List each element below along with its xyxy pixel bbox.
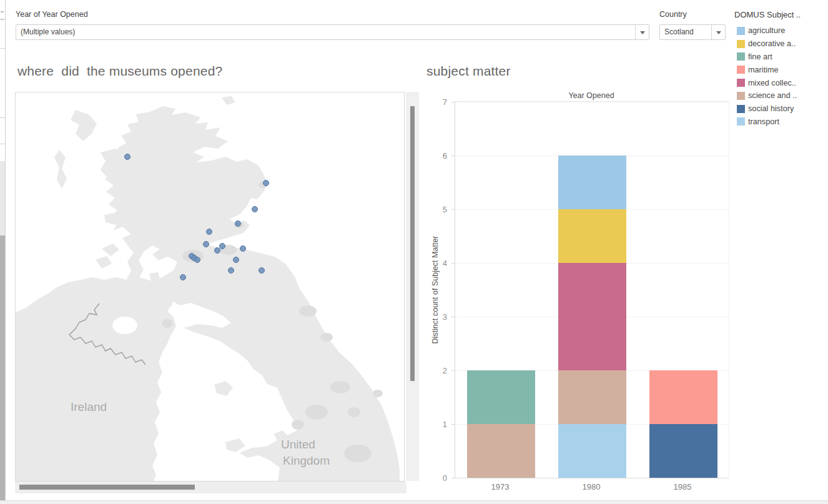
y-tick-mark [451, 209, 455, 210]
bar-segment-fine-art[interactable] [467, 370, 535, 424]
museum-point[interactable] [220, 244, 225, 249]
museum-point[interactable] [252, 207, 258, 212]
map-canvas[interactable]: IrelandUnitedKingdom [16, 92, 404, 481]
map-pane[interactable]: IrelandUnitedKingdom [15, 92, 405, 482]
chart-column-header: Year Opened [455, 91, 728, 102]
legend-item-label: transport [748, 117, 779, 126]
legend-item[interactable]: social history [737, 102, 797, 116]
y-tick-mark [451, 263, 455, 264]
museum-point[interactable] [264, 180, 269, 186]
year-filter-dropdown[interactable]: (Multiple values) [16, 24, 649, 40]
museum-point[interactable] [204, 242, 209, 247]
legend-item-label: mixed collec.. [748, 79, 796, 87]
museum-point[interactable] [259, 268, 265, 274]
year-filter-value: (Multiple values) [21, 25, 75, 39]
rail-track [0, 161, 5, 235]
dashboard: { "filters": { "year": { "label": "Year … [0, 0, 828, 504]
y-tick-mark [451, 424, 455, 425]
y-tick-label: 1 [443, 420, 447, 429]
map-place-label: Ireland [71, 400, 107, 413]
map-horizontal-scrollbar-thumb[interactable] [19, 485, 195, 490]
map-title: where did the museums opened? [17, 64, 222, 79]
y-tick-mark [451, 156, 455, 156]
legend-item[interactable]: maritime [737, 63, 797, 76]
museum-point[interactable] [235, 221, 241, 227]
map-island-orkney [222, 96, 235, 105]
y-tick-mark [451, 102, 455, 102]
country-filter-value: Scotland [664, 25, 694, 39]
map-island-lewis [71, 110, 97, 141]
rail-divider [0, 144, 5, 144]
bar-segment-science-and-[interactable] [558, 370, 626, 424]
x-axis-labels: 197319801985 [455, 481, 728, 492]
map-vertical-scrollbar-thumb[interactable] [410, 106, 415, 381]
map-island-anglesey [225, 438, 245, 452]
y-tick-label: 6 [443, 151, 447, 161]
legend-item[interactable]: decorative a.. [737, 37, 797, 51]
year-filter-label: Year of Year Opened [16, 10, 88, 19]
rail-divider [0, 48, 5, 49]
legend-item-label: fine art [748, 52, 772, 61]
museum-point[interactable] [234, 257, 239, 263]
y-tick-label: 5 [443, 205, 447, 214]
museum-point[interactable] [215, 248, 220, 254]
legend-item[interactable]: transport [737, 116, 797, 129]
map-place-label: United [281, 438, 315, 451]
country-filter-dropdown-button[interactable] [711, 25, 725, 39]
chart-title: subject matter [426, 64, 511, 79]
legend-swatch [737, 52, 745, 61]
map-island-isle-of-man [214, 381, 233, 396]
legend-swatch [737, 66, 745, 74]
country-filter-dropdown[interactable]: Scotland [659, 24, 726, 40]
map-island-uist [54, 150, 67, 189]
y-tick-label: 3 [443, 312, 447, 322]
y-tick-label: 7 [443, 97, 447, 107]
year-filter-dropdown-button[interactable] [635, 25, 649, 39]
bar-segment-science-and-[interactable] [467, 424, 535, 478]
y-tick-label: 0 [443, 473, 447, 483]
legend-item[interactable]: agriculture [737, 24, 797, 37]
x-tick-label: 1980 [583, 482, 601, 492]
legend-item[interactable]: fine art [737, 51, 797, 64]
window-bottom-strip [0, 500, 828, 504]
y-tick-mark [451, 370, 455, 371]
bar-segment-social-history[interactable] [649, 424, 717, 478]
map-island-jura [96, 256, 112, 269]
map-vertical-scrollbar[interactable] [406, 92, 419, 481]
legend-swatch [737, 27, 745, 35]
x-tick-label: 1985 [674, 482, 692, 492]
chevron-down-icon [640, 31, 645, 34]
legend-item-label: science and .. [748, 91, 797, 100]
gridline [455, 102, 729, 102]
legend-swatch [737, 117, 745, 126]
y-tick-mark [451, 478, 455, 478]
y-tick-label: 2 [443, 366, 447, 375]
bar-segment-decorative-a-[interactable] [558, 209, 626, 263]
legend-swatch [737, 79, 745, 87]
x-tick-label: 1973 [491, 482, 510, 492]
legend-item-label: social history [748, 104, 794, 113]
bar-segment-transport[interactable] [558, 424, 626, 478]
rail-divider [0, 117, 5, 118]
legend-item-label: agriculture [748, 26, 785, 35]
bar-segment-agriculture[interactable] [558, 156, 626, 209]
side-rail [0, 0, 6, 504]
legend-item-label: decorative a.. [748, 39, 796, 48]
legend-title: DOMUS Subject .. [734, 10, 801, 19]
museum-point[interactable] [240, 246, 246, 252]
museum-point[interactable] [229, 268, 234, 274]
legend-item[interactable]: science and .. [737, 89, 797, 102]
legend-item-label: maritime [748, 66, 779, 74]
museum-point[interactable] [195, 257, 200, 263]
museum-point[interactable] [180, 275, 186, 280]
museum-point[interactable] [125, 154, 131, 160]
rail-thumb[interactable] [0, 235, 5, 500]
museum-point[interactable] [207, 229, 212, 235]
legend-item[interactable]: mixed collec.. [737, 76, 797, 89]
map-horizontal-scrollbar[interactable] [15, 482, 407, 493]
y-tick-mark [451, 317, 455, 317]
legend-items: agriculturedecorative a..fine artmaritim… [737, 24, 797, 128]
bar-segment-mixed-collec-[interactable] [558, 263, 626, 370]
map-island-islay [102, 244, 119, 256]
bar-segment-maritime[interactable] [649, 370, 717, 424]
